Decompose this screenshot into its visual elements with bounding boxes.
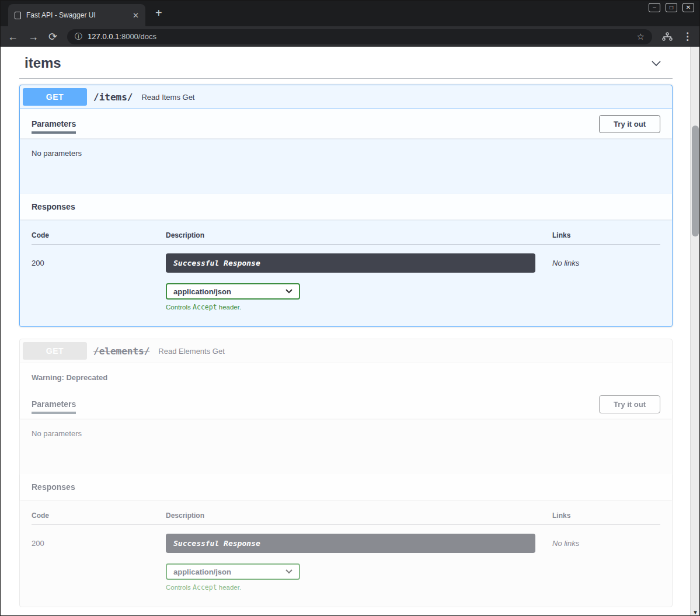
select-chevron-icon xyxy=(285,569,292,574)
opblock-get-elements-deprecated: GET /elements/ Read Elements Get Warning… xyxy=(19,339,673,607)
forward-button[interactable]: → xyxy=(28,32,39,42)
responses-table-header: Code Description Links xyxy=(32,231,660,245)
tab-title: Fast API - Swagger UI xyxy=(26,11,127,19)
select-chevron-icon xyxy=(285,289,292,294)
scrollbar-thumb[interactable] xyxy=(692,126,699,236)
description-column-header: Description xyxy=(166,231,552,239)
responses-header: Responses xyxy=(20,194,672,220)
parameters-header: Parameters Try it out xyxy=(20,389,672,419)
links-column-header: Links xyxy=(552,511,660,520)
accept-note-prefix: Controls xyxy=(166,584,193,591)
response-description-cell: Successful Response xyxy=(166,534,552,553)
parameters-header: Parameters Try it out xyxy=(20,109,672,138)
response-links: No links xyxy=(552,534,660,553)
browser-menu-kebab-icon[interactable]: ⋮ xyxy=(682,30,692,43)
parameters-tab: Parameters xyxy=(32,119,76,128)
links-column-header: Links xyxy=(552,231,660,239)
url-host: 127.0.0.1 xyxy=(88,32,119,41)
window-titlebar: Fast API - Swagger UI ✕ + – □ ✕ xyxy=(0,0,700,26)
opblock-summary[interactable]: GET /elements/ Read Elements Get xyxy=(20,339,672,363)
swagger-docs-page: items GET /items/ Read Items Get Paramet… xyxy=(0,47,690,616)
media-type-value: application/json xyxy=(173,568,231,576)
accept-note-code: Accept xyxy=(193,303,217,311)
accept-header-note: Controls Accept header. xyxy=(166,583,660,591)
operation-summary-text: Read Items Get xyxy=(141,93,194,102)
new-tab-button[interactable]: + xyxy=(155,7,162,19)
bookmark-star-icon[interactable]: ☆ xyxy=(637,32,645,42)
reload-button[interactable]: ⟳ xyxy=(48,32,57,42)
try-it-out-button[interactable]: Try it out xyxy=(599,395,660,413)
accept-note-suffix: header. xyxy=(217,304,242,311)
responses-title: Responses xyxy=(32,202,75,211)
response-description-box: Successful Response xyxy=(166,253,535,273)
window-close-button[interactable]: ✕ xyxy=(682,3,694,12)
tag-section-header-items[interactable]: items xyxy=(19,53,673,79)
responses-table-header: Code Description Links xyxy=(32,511,660,525)
method-badge: GET xyxy=(23,88,87,106)
window-controls: – □ ✕ xyxy=(649,3,694,12)
response-description-cell: Successful Response xyxy=(166,253,552,273)
browser-tab[interactable]: Fast API - Swagger UI ✕ xyxy=(8,4,145,26)
media-type-select[interactable]: application/json xyxy=(166,283,300,300)
code-column-header: Code xyxy=(32,511,166,520)
no-parameters-text: No parameters xyxy=(32,429,82,438)
no-parameters-text: No parameters xyxy=(32,149,82,158)
scrollbar-down-arrow-icon[interactable]: ▼ xyxy=(691,610,700,615)
operation-summary-text: Read Elements Get xyxy=(158,347,224,356)
response-code: 200 xyxy=(32,534,166,553)
page-favicon-icon xyxy=(15,12,21,19)
media-type-area: application/json Controls Accept header. xyxy=(166,563,660,591)
response-links: No links xyxy=(552,253,660,273)
media-type-value: application/json xyxy=(173,287,231,296)
operation-path: /elements/ xyxy=(93,346,149,357)
response-code: 200 xyxy=(32,253,166,273)
network-hierarchy-icon[interactable] xyxy=(662,32,673,41)
page-info-icon[interactable]: ⓘ xyxy=(75,32,82,42)
method-badge: GET xyxy=(23,342,87,360)
responses-body: Code Description Links 200 Successful Re… xyxy=(20,500,672,607)
parameters-tab: Parameters xyxy=(32,399,76,409)
media-type-select[interactable]: application/json xyxy=(166,563,300,580)
responses-header: Responses xyxy=(20,474,672,500)
description-column-header: Description xyxy=(166,511,552,520)
browser-toolbar: ← → ⟳ ⓘ 127.0.0.1:8000/docs ☆ ⋮ xyxy=(0,26,700,47)
operation-path: /items/ xyxy=(93,92,133,103)
accept-note-prefix: Controls xyxy=(166,304,193,311)
back-button[interactable]: ← xyxy=(8,32,18,42)
url-text: 127.0.0.1:8000/docs xyxy=(88,32,156,41)
address-bar[interactable]: ⓘ 127.0.0.1:8000/docs ☆ xyxy=(67,29,652,44)
media-type-area: application/json Controls Accept header. xyxy=(166,283,660,311)
code-column-header: Code xyxy=(32,231,166,239)
opblock-summary[interactable]: GET /items/ Read Items Get xyxy=(20,85,672,109)
tag-title: items xyxy=(25,55,61,71)
parameters-body: No parameters xyxy=(20,138,672,194)
accept-note-suffix: header. xyxy=(217,584,242,591)
accept-note-code: Accept xyxy=(193,583,217,591)
window-maximize-button[interactable]: □ xyxy=(666,3,677,12)
parameters-body: No parameters xyxy=(20,419,672,474)
deprecation-warning: Warning: Deprecated xyxy=(20,363,672,389)
window-minimize-button[interactable]: – xyxy=(649,3,660,12)
chevron-down-icon[interactable] xyxy=(650,57,662,69)
tab-close-icon[interactable]: ✕ xyxy=(133,11,139,20)
accept-header-note: Controls Accept header. xyxy=(166,303,660,311)
url-path: :8000/docs xyxy=(119,32,156,41)
response-row: 200 Successful Response No links xyxy=(32,245,660,273)
response-description-box: Successful Response xyxy=(166,534,535,553)
try-it-out-button[interactable]: Try it out xyxy=(599,115,660,133)
response-row: 200 Successful Response No links xyxy=(32,525,660,553)
responses-title: Responses xyxy=(32,482,75,492)
opblock-get-items: GET /items/ Read Items Get Parameters Tr… xyxy=(19,85,673,327)
responses-body: Code Description Links 200 Successful Re… xyxy=(20,220,672,326)
page-scrollbar[interactable]: ▼ xyxy=(690,47,700,616)
